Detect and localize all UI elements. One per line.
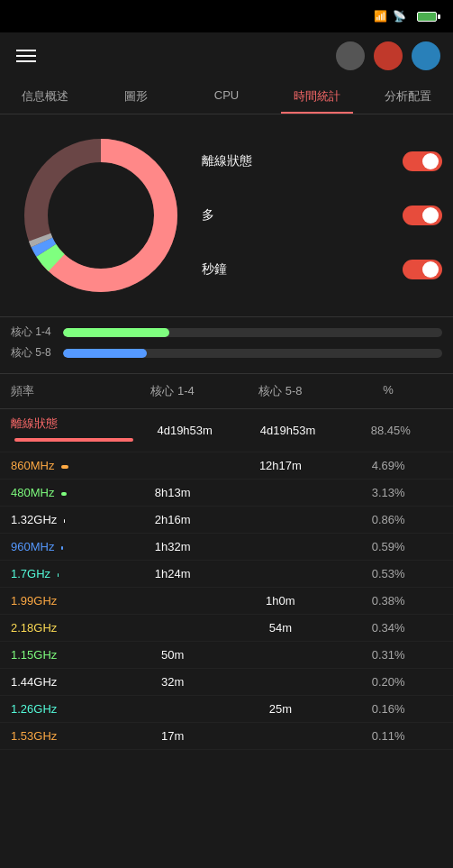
tab-time[interactable]: 時間統計 [272, 79, 363, 114]
core58-cell: 1h0m [227, 594, 335, 608]
signal-icon: 📶 [374, 10, 387, 23]
pct-cell: 0.20% [334, 675, 442, 689]
core-bar-track [63, 349, 442, 358]
table-row: 1.99GHz 1h0m 0.38% [0, 588, 453, 615]
core14-cell: 8h13m [119, 486, 227, 499]
core-bar-fill [63, 328, 169, 337]
core14-cell: 2h16m [119, 513, 227, 526]
pct-cell: 0.53% [334, 567, 442, 580]
table-header-col: 頻率 [11, 383, 119, 399]
mini-bar [58, 573, 59, 577]
freq-label: 1.53GHz [11, 729, 57, 743]
core58-cell: 12h17m [227, 459, 335, 472]
core-bar-track [63, 328, 442, 337]
freq-cell: 離線狀態 [11, 416, 133, 445]
toggle-switch-timer[interactable] [403, 260, 442, 279]
freq-cell: 1.26GHz [11, 702, 119, 716]
toggle-knob-multi [422, 207, 439, 224]
pct-cell: 3.13% [334, 486, 442, 499]
toggle-switch-multi[interactable] [403, 206, 442, 225]
core14-cell: 4d19h53m [133, 424, 236, 437]
freq-cell: 1.53GHz [11, 729, 119, 743]
freq-rows: 離線狀態 4d19h53m 4d19h53m 88.45% 860MHz 12h… [0, 409, 453, 750]
core14-cell: 17m [119, 729, 227, 743]
toggle-switch-offline[interactable] [403, 151, 442, 171]
freq-label: 1.44GHz [11, 675, 57, 689]
core-bars: 核心 1-4 核心 5-8 [0, 317, 453, 374]
toggle-label-timer: 秒鐘 [202, 261, 227, 278]
freq-cell: 2.18GHz [11, 621, 119, 635]
tab-chart[interactable]: 圖形 [91, 79, 182, 114]
freq-cell: 480MHz [11, 486, 119, 499]
freq-cell: 960MHz [11, 540, 119, 553]
tab-cpu[interactable]: CPU [181, 79, 272, 114]
table-row: 480MHz 8h13m 3.13% [0, 480, 453, 507]
toggle-panel: 離線狀態 多 秒鐘 [202, 125, 442, 306]
donut-chart [11, 125, 191, 306]
menu-button[interactable] [13, 46, 40, 66]
toggle-row-multi: 多 [202, 202, 442, 229]
table-row: 1.26GHz 25m 0.16% [0, 696, 453, 723]
core-bar-row: 核心 1-4 [11, 324, 442, 340]
close-button[interactable] [374, 41, 403, 70]
core58-cell: 4d19h53m [236, 424, 339, 437]
table-row: 2.18GHz 54m 0.34% [0, 615, 453, 642]
core14-cell: 50m [119, 648, 227, 662]
status-bar: 📶 📡 [0, 0, 453, 32]
table-row: 960MHz 1h32m 0.59% [0, 534, 453, 561]
freq-label: 1.7GHz [11, 567, 50, 580]
table-row: 1.15GHz 50m 0.31% [0, 642, 453, 669]
nav-tabs: 信息概述圖形CPU時間統計分析配置 [0, 79, 453, 114]
freq-label: 960MHz [11, 540, 54, 553]
toolbar-actions [336, 41, 440, 70]
status-right: 📶 📡 [374, 10, 442, 23]
table-row: 1.53GHz 17m 0.11% [0, 723, 453, 750]
freq-cell: 1.44GHz [11, 675, 119, 689]
help-button[interactable] [412, 41, 440, 70]
table-row: 離線狀態 4d19h53m 4d19h53m 88.45% [0, 409, 453, 452]
core-bar-label: 核心 5-8 [11, 345, 56, 361]
freq-cell: 860MHz [11, 459, 119, 472]
tab-info[interactable]: 信息概述 [0, 79, 91, 114]
mini-bar [14, 438, 133, 442]
freq-table-header: 頻率核心 1-4核心 5-8% [0, 374, 453, 409]
back-button[interactable] [336, 41, 365, 70]
freq-label: 860MHz [11, 459, 54, 472]
core14-cell: 1h32m [119, 540, 227, 553]
freq-label: 1.15GHz [11, 648, 57, 662]
core-bar-fill [63, 349, 147, 358]
freq-cell: 1.15GHz [11, 648, 119, 662]
freq-label: 離線狀態 [11, 416, 58, 430]
mini-bar [64, 519, 66, 523]
toolbar [0, 32, 453, 79]
toggle-label-offline: 離線狀態 [202, 153, 252, 169]
freq-label: 1.32GHz [11, 513, 57, 526]
table-row: 1.44GHz 32m 0.20% [0, 669, 453, 696]
core58-cell: 54m [227, 621, 335, 635]
table-header-col: % [334, 383, 442, 399]
core-bar-row: 核心 5-8 [11, 345, 442, 361]
table-header-col: 核心 5-8 [227, 383, 335, 399]
pct-cell: 0.16% [334, 702, 442, 716]
core-bar-label: 核心 1-4 [11, 324, 56, 340]
core14-cell: 32m [119, 675, 227, 689]
freq-cell: 1.7GHz [11, 567, 119, 580]
toggle-label-multi: 多 [202, 207, 214, 224]
pct-cell: 0.34% [334, 621, 442, 635]
pct-cell: 0.11% [334, 729, 442, 743]
toggle-knob-offline [422, 153, 439, 169]
pct-cell: 0.38% [334, 594, 442, 608]
toggle-knob-timer [422, 261, 439, 278]
toggle-row-offline: 離線狀態 [202, 148, 442, 175]
tab-analysis[interactable]: 分析配置 [362, 79, 453, 114]
freq-table: 頻率核心 1-4核心 5-8% 離線狀態 4d19h53m 4d19h53m 8… [0, 374, 453, 764]
table-row: 1.32GHz 2h16m 0.86% [0, 507, 453, 534]
mini-bar [61, 465, 68, 469]
pct-cell: 0.86% [334, 513, 442, 526]
table-header-col: 核心 1-4 [119, 383, 227, 399]
battery-icon [417, 12, 437, 22]
mini-bar [61, 492, 67, 496]
wifi-icon: 📡 [393, 10, 406, 23]
pct-cell: 0.59% [334, 540, 442, 553]
freq-label: 1.99GHz [11, 594, 57, 608]
